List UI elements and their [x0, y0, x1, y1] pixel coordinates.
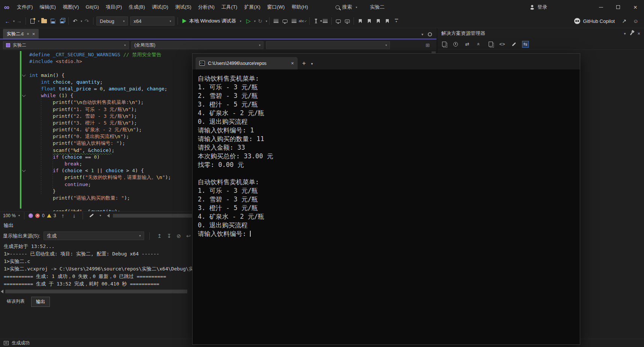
menu-item[interactable]: 项目(P) — [102, 0, 125, 14]
menu-item[interactable]: 窗口(W) — [264, 0, 288, 14]
console-tab[interactable]: C:\Users\24996\source\repos × — [196, 57, 298, 69]
fold-chevron-icon[interactable] — [22, 73, 26, 77]
panel-tab-错误列表[interactable]: 错误列表 — [2, 297, 29, 307]
maximize-button[interactable] — [609, 0, 627, 14]
document-tab[interactable]: 实验二.c + × — [3, 29, 39, 39]
new-tab-icon[interactable]: + — [302, 60, 306, 66]
pin-tab-icon[interactable]: + — [27, 32, 29, 36]
panel-tab-输出[interactable]: 输出 — [31, 297, 50, 307]
menu-item[interactable]: 分析(N) — [195, 0, 218, 14]
switch-views-icon[interactable] — [441, 41, 447, 48]
comment-icon[interactable] — [334, 16, 343, 26]
error-icon[interactable] — [35, 213, 40, 218]
hot-reload-dropdown-icon[interactable]: ▾ — [266, 20, 267, 23]
sync-with-active-document-icon[interactable]: ⇆ — [522, 41, 529, 48]
solution-configuration-combo[interactable]: Debug ▾ — [96, 17, 128, 26]
clear-all-icon[interactable]: ⊘ — [176, 233, 181, 239]
open-file-icon[interactable] — [39, 16, 48, 26]
increase-indent-icon[interactable] — [320, 16, 330, 26]
hot-reload-icon[interactable]: ↻ — [256, 16, 265, 26]
save-all-icon[interactable] — [57, 16, 66, 26]
menu-item[interactable]: 工具(T) — [218, 0, 241, 14]
word-wrap-icon[interactable]: ↩ — [186, 233, 191, 239]
navigate-forward-icon[interactable]: → — [15, 16, 24, 26]
previous-bookmark-icon[interactable] — [365, 16, 374, 26]
console-titlebar[interactable]: C:\Users\24996\source\repos × + ▾ — [193, 54, 580, 69]
next-bookmark-icon[interactable] — [374, 16, 383, 26]
undo-icon[interactable]: ↶ — [71, 16, 80, 26]
parameter-info-icon[interactable] — [280, 16, 289, 26]
split-window-icon[interactable]: ⊞ — [426, 42, 433, 48]
uncomment-icon[interactable] — [343, 16, 352, 26]
console-tab-close-icon[interactable]: × — [291, 60, 294, 66]
navigate-back-icon[interactable]: ← — [3, 16, 12, 26]
next-message-icon[interactable]: ↧ — [167, 233, 172, 239]
window-position-dropdown-icon[interactable]: ▾ — [624, 32, 626, 36]
bookmark-window-icon[interactable] — [383, 16, 392, 26]
menu-item[interactable]: 调试(D) — [148, 0, 172, 14]
fold-chevron-icon[interactable] — [22, 168, 26, 172]
scope-dropdown[interactable]: (全局范围) ▾ — [131, 41, 263, 49]
close-button[interactable]: × — [627, 0, 644, 14]
project-dropdown[interactable]: 实验二 ▾ — [3, 41, 129, 49]
output-source-combo[interactable]: 生成 ▾ — [44, 231, 144, 240]
solution-platform-combo[interactable]: x64 ▾ — [130, 17, 175, 26]
solution-name[interactable]: 实验二 — [370, 4, 385, 11]
menu-item[interactable]: 帮助(H) — [288, 0, 311, 14]
sign-in-button[interactable]: 登录 — [530, 4, 547, 11]
menu-item[interactable]: 生成(B) — [125, 0, 148, 14]
feedback-icon[interactable]: ☺ — [631, 16, 640, 26]
warning-icon[interactable] — [47, 214, 51, 218]
toggle-bookmark-icon[interactable] — [356, 16, 365, 26]
next-issue-icon[interactable]: ↓ — [69, 212, 78, 219]
menu-item[interactable]: 编辑(E) — [36, 0, 59, 14]
close-panel-icon[interactable]: × — [637, 31, 640, 36]
pin-icon[interactable] — [630, 32, 633, 35]
document-health-icon[interactable] — [29, 213, 33, 218]
document-list-dropdown-icon[interactable]: ▾ — [421, 32, 423, 36]
menu-item[interactable]: 测试(S) — [172, 0, 194, 14]
console-content[interactable]: 自动饮料售卖机菜单:1. 可乐 - 3 元/瓶2. 雪碧 - 3 元/瓶3. 橙… — [193, 69, 580, 344]
previous-issue-icon[interactable]: ↑ — [58, 212, 67, 219]
gear-icon[interactable] — [428, 32, 432, 36]
toolbar-overflow-icon[interactable]: ▾ — [392, 16, 401, 26]
share-icon[interactable]: ↗ — [620, 16, 629, 26]
save-icon[interactable] — [48, 16, 57, 26]
menu-item[interactable]: 视图(V) — [59, 0, 82, 14]
debug-target-dropdown-icon[interactable]: ▾ — [240, 20, 241, 23]
error-count[interactable]: 0 — [42, 213, 45, 218]
collapse-all-icon[interactable] — [475, 41, 482, 48]
redo-icon[interactable]: ↷ — [82, 16, 91, 26]
complete-word-icon[interactable] — [298, 16, 307, 26]
text-cursor-icon[interactable] — [311, 16, 320, 26]
refresh-icon[interactable]: ⇄ — [464, 41, 471, 48]
warning-count[interactable]: 3 — [54, 213, 56, 218]
background-tasks-icon[interactable] — [4, 341, 9, 345]
previous-message-icon[interactable]: ↥ — [157, 233, 162, 239]
close-tab-icon[interactable]: × — [32, 31, 35, 37]
start-debugging-button[interactable]: 本地 Windows 调试器 ▾ — [180, 18, 244, 24]
new-file-icon[interactable] — [28, 16, 37, 26]
code-cleanup-icon[interactable] — [87, 212, 96, 219]
minimize-button[interactable] — [592, 0, 609, 14]
member-list-icon[interactable] — [271, 16, 280, 26]
view-code-icon[interactable]: <> — [499, 41, 506, 48]
scroll-left-icon[interactable] — [1, 290, 3, 293]
quick-info-icon[interactable] — [289, 16, 298, 26]
github-copilot-button[interactable]: GitHub Copilot ↗ ☺ — [574, 16, 640, 26]
search-box[interactable]: 搜索 ▾ — [333, 2, 360, 12]
start-without-debugging-icon[interactable]: ▷ — [244, 16, 253, 26]
zoom-control[interactable]: 100 % ▾ — [3, 213, 20, 218]
menu-item[interactable]: 扩展(X) — [241, 0, 263, 14]
scroll-left-icon[interactable] — [107, 214, 110, 218]
member-dropdown[interactable]: ▾ — [266, 41, 390, 49]
history-icon[interactable] — [452, 41, 459, 48]
tab-dropdown-icon[interactable]: ▾ — [311, 62, 313, 66]
properties-icon[interactable] — [510, 41, 517, 48]
code-cleanup-dropdown-icon[interactable]: ▾ — [99, 214, 101, 217]
fold-chevron-icon[interactable] — [22, 93, 26, 97]
scrollbar-thumb[interactable] — [5, 290, 187, 293]
menu-item[interactable]: 文件(F) — [14, 0, 36, 14]
show-all-files-icon[interactable] — [487, 41, 494, 48]
menu-item[interactable]: Git(G) — [82, 0, 102, 14]
